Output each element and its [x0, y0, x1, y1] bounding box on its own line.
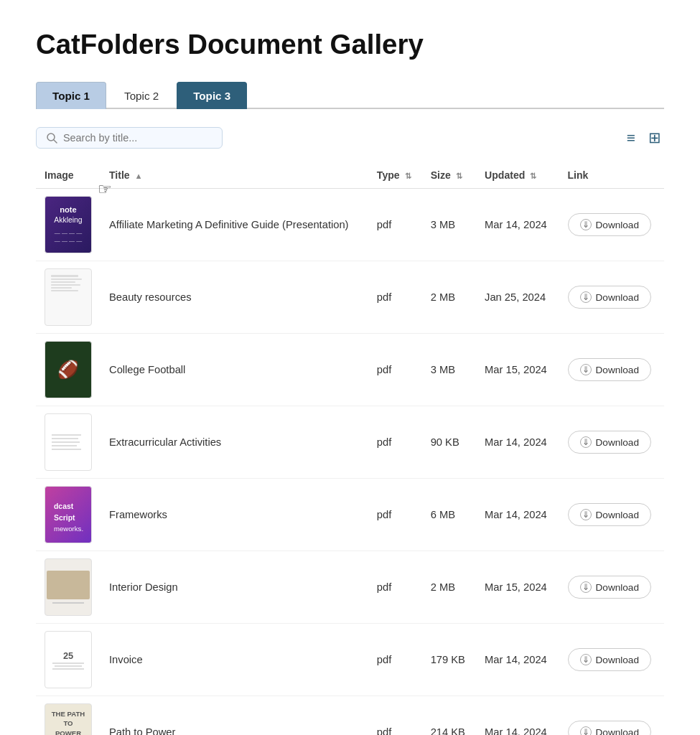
download-button[interactable]: ⇓Download [568, 721, 651, 735]
doc-size: 3 MB [422, 189, 476, 261]
col-size[interactable]: Size ⇅ [422, 164, 476, 189]
doc-link-cell: ⇓Download [559, 189, 665, 261]
doc-updated: Mar 14, 2024 [476, 479, 559, 551]
download-icon: ⇓ [580, 509, 592, 520]
table-row: THE PATH TOPOWER⚡Path to Powerpdf214 KBM… [36, 696, 664, 736]
col-image: Image [36, 164, 101, 189]
doc-type: pdf [368, 624, 422, 696]
doc-updated: Mar 15, 2024 [476, 551, 559, 624]
download-icon: ⇓ [580, 654, 592, 665]
doc-type: pdf [368, 261, 422, 334]
table-row: noteAkkleing— — — —— — — —Affiliate Mark… [36, 189, 664, 261]
col-updated[interactable]: Updated ⇅ [476, 164, 559, 189]
table-row: 25Invoicepdf179 KBMar 14, 2024⇓Download [36, 624, 664, 696]
doc-thumbnail: dcast Scriptmeworks. [45, 486, 92, 543]
tab-topic3[interactable]: Topic 3 [177, 82, 247, 109]
download-label: Download [596, 220, 639, 230]
download-label: Download [596, 582, 639, 593]
sort-arrow-type: ⇅ [405, 172, 411, 181]
download-button[interactable]: ⇓Download [568, 286, 651, 309]
table-row: Extracurricular Activitiespdf90 KBMar 14… [36, 406, 664, 479]
doc-type: pdf [368, 479, 422, 551]
col-link: Link [559, 164, 665, 189]
doc-thumbnail [45, 268, 92, 326]
doc-link-cell: ⇓Download [559, 406, 665, 479]
download-label: Download [596, 655, 639, 665]
download-label: Download [596, 727, 639, 736]
table-row: 🏈College Footballpdf3 MBMar 15, 2024⇓Dow… [36, 334, 664, 406]
doc-link-cell: ⇓Download [559, 551, 665, 624]
document-table: Image Title ▲ Type ⇅ Size ⇅ Updated ⇅ Li… [36, 164, 664, 735]
download-button[interactable]: ⇓Download [568, 648, 651, 671]
table-row: Interior Designpdf2 MBMar 15, 2024⇓Downl… [36, 551, 664, 624]
doc-image-cell: dcast Scriptmeworks. [36, 479, 101, 551]
doc-title: Affiliate Marketing A Definitive Guide (… [101, 189, 368, 261]
doc-image-cell: noteAkkleing— — — —— — — — [36, 189, 101, 261]
doc-type: pdf [368, 696, 422, 736]
doc-image-cell: 25 [36, 624, 101, 696]
doc-size: 90 KB [422, 406, 476, 479]
tab-topic2[interactable]: Topic 2 [108, 82, 175, 109]
doc-size: 179 KB [422, 624, 476, 696]
grid-view-button[interactable]: ⊞ [645, 126, 664, 149]
doc-title: Path to Power [101, 696, 368, 736]
download-button[interactable]: ⇓Download [568, 213, 651, 236]
doc-thumbnail [45, 558, 92, 616]
doc-size: 3 MB [422, 334, 476, 406]
doc-thumbnail: noteAkkleing— — — —— — — — [45, 196, 92, 253]
list-view-button[interactable]: ≡ [624, 126, 638, 149]
download-icon: ⇓ [580, 726, 592, 735]
col-title[interactable]: Title ▲ [101, 164, 368, 189]
svg-line-1 [54, 140, 57, 143]
download-label: Download [596, 510, 639, 520]
col-type[interactable]: Type ⇅ [368, 164, 422, 189]
doc-title: Invoice [101, 624, 368, 696]
doc-updated: Mar 15, 2024 [476, 334, 559, 406]
download-label: Download [596, 292, 639, 303]
download-icon: ⇓ [580, 219, 592, 230]
download-label: Download [596, 365, 639, 375]
download-label: Download [596, 437, 639, 448]
doc-image-cell: 🏈 [36, 334, 101, 406]
doc-thumbnail: 🏈 [45, 341, 92, 398]
search-icon [47, 133, 57, 144]
doc-image-cell [36, 406, 101, 479]
search-box[interactable] [36, 127, 223, 149]
download-button[interactable]: ⇓Download [568, 576, 651, 599]
doc-image-cell [36, 551, 101, 624]
download-button[interactable]: ⇓Download [568, 431, 651, 454]
tab-bar: Topic 1 Topic 2 Topic 3 ☞ [36, 80, 664, 109]
doc-thumbnail: THE PATH TOPOWER⚡ [45, 703, 92, 735]
doc-type: pdf [368, 334, 422, 406]
doc-updated: Mar 14, 2024 [476, 189, 559, 261]
download-button[interactable]: ⇓Download [568, 503, 651, 526]
doc-title: Interior Design [101, 551, 368, 624]
doc-updated: Mar 14, 2024 [476, 624, 559, 696]
doc-link-cell: ⇓Download [559, 334, 665, 406]
doc-title: Beauty resources [101, 261, 368, 334]
download-button[interactable]: ⇓Download [568, 358, 651, 381]
doc-thumbnail [45, 413, 92, 471]
doc-size: 2 MB [422, 261, 476, 334]
download-icon: ⇓ [580, 291, 592, 303]
doc-link-cell: ⇓Download [559, 261, 665, 334]
table-row: Beauty resourcespdf2 MBJan 25, 2024⇓Down… [36, 261, 664, 334]
sort-arrow-size: ⇅ [456, 172, 462, 181]
doc-title: Frameworks [101, 479, 368, 551]
page-title: CatFolders Document Gallery [36, 29, 664, 60]
table-row: dcast Scriptmeworks.Frameworkspdf6 MBMar… [36, 479, 664, 551]
doc-type: pdf [368, 406, 422, 479]
doc-image-cell [36, 261, 101, 334]
download-icon: ⇓ [580, 581, 592, 593]
doc-size: 214 KB [422, 696, 476, 736]
doc-size: 6 MB [422, 479, 476, 551]
doc-title: Extracurricular Activities [101, 406, 368, 479]
tab-topic1[interactable]: Topic 1 [36, 82, 106, 109]
doc-image-cell: THE PATH TOPOWER⚡ [36, 696, 101, 736]
search-input[interactable] [63, 132, 212, 144]
doc-link-cell: ⇓Download [559, 696, 665, 736]
download-icon: ⇓ [580, 364, 592, 375]
toolbar: ≡ ⊞ [36, 126, 664, 149]
doc-type: pdf [368, 551, 422, 624]
doc-size: 2 MB [422, 551, 476, 624]
